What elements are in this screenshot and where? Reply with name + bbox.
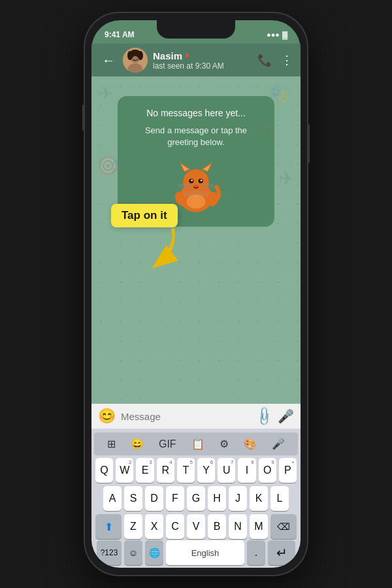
key-b[interactable]: B	[208, 514, 226, 539]
svg-point-7	[138, 51, 143, 60]
key-k[interactable]: K	[250, 486, 268, 511]
more-button[interactable]: ⋮	[281, 53, 293, 67]
key-e[interactable]: E3	[136, 458, 154, 483]
bg-icon-5: ✈	[279, 168, 294, 189]
emoji-button[interactable]: 😊	[98, 408, 116, 425]
header-info: Nasim ♥ last seen at 9:30 AM	[153, 50, 252, 71]
notch	[157, 20, 235, 39]
keyboard-bottom-row: ?123 ☺ 🌐 English . ↵	[94, 540, 298, 565]
key-w[interactable]: W2	[116, 458, 133, 483]
key-s[interactable]: S	[124, 486, 142, 511]
svg-point-17	[201, 180, 203, 182]
key-h[interactable]: H	[208, 486, 226, 511]
svg-point-18	[194, 185, 197, 188]
chat-background: ✈ 🎭 🎪 🎯 ✈ 🎭 No messages here yet... Send…	[91, 76, 301, 404]
last-seen: last seen at 9:30 AM	[153, 61, 252, 71]
signal-icon: ●●●	[267, 31, 280, 39]
contact-name: Nasim ♥	[153, 50, 252, 61]
kb-sticker-button[interactable]: 😄	[128, 436, 146, 451]
tap-label: Tap on it	[111, 204, 178, 227]
heart-icon: ♥	[185, 51, 189, 60]
key-v[interactable]: V	[187, 514, 205, 539]
key-d[interactable]: D	[145, 486, 163, 511]
key-globe[interactable]: 🌐	[145, 540, 163, 565]
key-space[interactable]: English	[166, 540, 244, 565]
chat-header: ← Nasim ♥	[91, 44, 301, 76]
svg-point-16	[191, 180, 193, 182]
key-i[interactable]: I8	[238, 458, 255, 483]
key-emoji[interactable]: ☺	[124, 540, 142, 565]
header-actions: 📞 ⋮	[257, 53, 293, 67]
svg-point-6	[127, 51, 133, 60]
key-num[interactable]: ?123	[97, 540, 122, 565]
keyboard-row-3: ⬆ Z X C V B N M ⌫	[95, 514, 297, 539]
key-t[interactable]: T5	[177, 458, 195, 483]
avatar	[123, 48, 148, 73]
arrow-svg	[140, 227, 180, 272]
key-m[interactable]: M	[250, 514, 268, 539]
key-n[interactable]: N	[229, 514, 247, 539]
mic-button[interactable]: 🎤	[278, 408, 294, 424]
key-u[interactable]: U7	[218, 458, 235, 483]
back-button[interactable]: ←	[99, 50, 118, 71]
keyboard-row-2: A S D F G H J K L	[95, 486, 297, 511]
key-a[interactable]: A	[103, 486, 122, 511]
message-bar: 😊 📎 🎤	[91, 404, 301, 429]
keyboard-toolbar: ⊞ 😄 GIF 📋 ⚙ 🎨 🎤	[94, 433, 298, 455]
avatar-image	[123, 48, 148, 73]
battery-icon: ▓	[282, 31, 287, 39]
key-shift[interactable]: ⬆	[95, 514, 122, 539]
key-r[interactable]: R4	[157, 458, 174, 483]
attach-button[interactable]: 📎	[253, 405, 276, 428]
call-button[interactable]: 📞	[257, 53, 272, 67]
bg-icon-1: ✈	[98, 83, 113, 105]
key-c[interactable]: C	[166, 514, 184, 539]
key-z[interactable]: Z	[124, 514, 142, 539]
kb-grid-button[interactable]: ⊞	[105, 436, 118, 451]
keyboard-row-1: Q W2 E3 R4 T5 Y6 U7 I8 O9 P+	[95, 458, 297, 483]
kb-gif-button[interactable]: GIF	[156, 437, 179, 451]
key-q[interactable]: Q	[95, 458, 113, 483]
kb-clipboard-button[interactable]: 📋	[189, 436, 207, 451]
phone-screen: 9:41 AM ●●● ▓ ←	[91, 20, 301, 568]
key-return[interactable]: ↵	[268, 540, 295, 565]
key-delete[interactable]: ⌫	[270, 514, 297, 539]
keyboard-rows: Q W2 E3 R4 T5 Y6 U7 I8 O9 P+ A S D F	[94, 458, 298, 539]
keyboard: ⊞ 😄 GIF 📋 ⚙ 🎨 🎤 Q W2 E3 R4 T5 Y6 U7	[91, 429, 301, 568]
key-l[interactable]: L	[270, 486, 289, 511]
key-y[interactable]: Y6	[197, 458, 215, 483]
message-input[interactable]	[121, 411, 251, 422]
key-o[interactable]: O9	[259, 458, 276, 483]
kb-palette-button[interactable]: 🎨	[241, 436, 259, 451]
key-j[interactable]: J	[229, 486, 247, 511]
arrow-indicator	[140, 227, 180, 275]
key-x[interactable]: X	[145, 514, 163, 539]
kb-mic-button[interactable]: 🎤	[269, 436, 287, 451]
key-period[interactable]: .	[247, 540, 265, 565]
key-g[interactable]: G	[187, 486, 205, 511]
key-p[interactable]: P+	[279, 458, 297, 483]
bg-icon-4: 🎯	[97, 155, 120, 176]
svg-point-27	[187, 195, 206, 209]
kb-settings-button[interactable]: ⚙	[217, 436, 231, 451]
phone-frame: 9:41 AM ●●● ▓ ←	[85, 13, 307, 575]
status-icons: ●●● ▓	[267, 31, 287, 39]
key-f[interactable]: F	[166, 486, 184, 511]
status-time: 9:41 AM	[105, 30, 135, 39]
no-messages-subtitle: Send a message or tap the greeting below…	[131, 125, 261, 148]
no-messages-title: No messages here yet...	[131, 108, 261, 118]
